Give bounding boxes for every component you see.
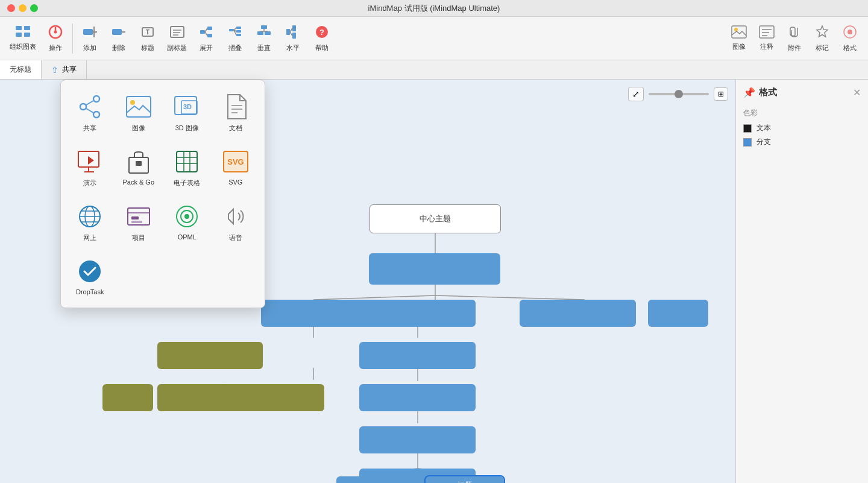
toolbar-attachment[interactable]: 附件	[781, 22, 808, 55]
node-main-1[interactable]	[369, 253, 500, 285]
image-dropdown-label: 图像	[132, 124, 145, 133]
tab-share[interactable]: ⇧ 共享	[42, 60, 87, 79]
help-label: 帮助	[315, 43, 329, 52]
dropdown-share[interactable]: 共享	[68, 87, 112, 137]
mark-icon	[814, 24, 830, 42]
selected-node-label: 标题	[457, 480, 473, 483]
svg-line-39	[290, 28, 292, 32]
main-toolbar: 组织图表 操作 添加 删除	[0, 17, 868, 60]
dropdown-excel[interactable]: 电子表格	[165, 142, 209, 192]
topic-icon: T	[140, 24, 156, 42]
audio-dropdown-label: 语音	[229, 233, 242, 242]
svg-line-54	[313, 295, 435, 300]
dropdown-audio[interactable]: 语音	[214, 197, 258, 247]
organize-label: 组织图表	[10, 42, 36, 51]
svg-line-40	[290, 32, 292, 36]
toolbar-stack[interactable]: 摺叠	[221, 22, 250, 55]
fit-screen-button[interactable]: ⤢	[628, 87, 644, 101]
panel-title: 📌 格式	[743, 87, 777, 98]
dropdown-project[interactable]: 项目	[117, 197, 161, 247]
svg-dropdown-icon: SVG	[221, 147, 250, 176]
node-r2-left[interactable]	[261, 300, 366, 327]
close-button[interactable]	[7, 4, 15, 12]
node-olive-3[interactable]	[102, 384, 153, 411]
toolbar-expand[interactable]: 展开	[192, 22, 221, 55]
svg-point-104	[79, 260, 101, 282]
delete-label: 删除	[112, 43, 125, 52]
toolbar-organize[interactable]: 组织图表	[5, 23, 41, 54]
color-section-label: 色彩	[743, 108, 861, 118]
expand-icon	[198, 24, 214, 42]
node-olive-4[interactable]	[219, 384, 324, 411]
toolbar-subtitle[interactable]: 副标题	[162, 22, 192, 55]
toolbar-topic[interactable]: T 标题	[133, 22, 162, 55]
minimize-button[interactable]	[19, 4, 27, 12]
subtitle-icon	[169, 24, 185, 42]
svg-rect-18	[200, 30, 205, 34]
dropdown-grid: 共享 图像 3D 3D 图像	[68, 87, 257, 300]
operate-label: 操作	[49, 43, 62, 52]
dropdown-packgo[interactable]: Pack & Go	[117, 142, 161, 192]
svg-rect-99	[131, 216, 139, 219]
node-r2-right[interactable]	[520, 300, 636, 327]
toolbar-vertical[interactable]: 垂直	[250, 22, 278, 55]
svg-line-22	[205, 32, 207, 36]
toolbar-operate[interactable]: 操作	[41, 22, 70, 55]
dropdown-droptask[interactable]: DropTask	[68, 252, 112, 300]
svg-point-67	[93, 112, 99, 118]
node-bottom-left[interactable]	[336, 476, 415, 483]
svg-rect-26	[236, 34, 241, 36]
dropdown-present[interactable]: 演示	[68, 142, 112, 192]
dropdown-opml[interactable]: OPML	[165, 197, 209, 247]
dropdown-image[interactable]: 图像	[117, 87, 161, 137]
add-icon	[82, 24, 98, 42]
node-mid-3[interactable]	[359, 384, 476, 411]
tab-untitled[interactable]: 无标题	[0, 60, 42, 79]
opml-dropdown-icon	[172, 202, 201, 231]
toolbar-image[interactable]: 图像	[726, 23, 752, 54]
toolbar-help[interactable]: ? 帮助	[307, 22, 336, 55]
panel-close-button[interactable]: ✕	[853, 87, 861, 98]
image-icon	[731, 25, 747, 41]
toolbar-mark[interactable]: 标记	[809, 22, 835, 55]
node-r2-far-right[interactable]	[648, 300, 708, 327]
share-dropdown: 共享 图像 3D 3D 图像	[60, 80, 265, 308]
svg-rect-0	[16, 26, 22, 30]
node-bottom-right[interactable]: 标题 副标题 +	[426, 476, 504, 483]
zoom-thumb[interactable]	[675, 90, 683, 98]
toolbar-horizontal[interactable]: 水平	[278, 22, 307, 55]
svg-point-44	[734, 28, 738, 31]
toolbar-annotation[interactable]: 注释	[753, 23, 780, 54]
zoom-grid-button[interactable]: ⊞	[714, 87, 728, 101]
excel-dropdown-icon	[172, 147, 201, 176]
toolbar-format[interactable]: 格式	[837, 22, 863, 55]
stack-icon	[227, 24, 243, 42]
branch-color-swatch[interactable]	[743, 138, 752, 147]
node-mid-2[interactable]	[359, 342, 476, 369]
dropdown-web[interactable]: 网上	[68, 197, 112, 247]
svg-point-51	[848, 30, 852, 34]
help-icon: ?	[314, 24, 330, 42]
svg-text:3D: 3D	[183, 103, 192, 110]
node-r2-mid[interactable]	[359, 300, 476, 327]
node-olive-1[interactable]	[157, 342, 263, 369]
maximize-button[interactable]	[30, 4, 38, 12]
vertical-label: 垂直	[257, 43, 271, 52]
toolbar-delete[interactable]: 删除	[104, 22, 133, 55]
zoom-slider[interactable]	[649, 93, 709, 95]
text-color-swatch[interactable]	[743, 124, 752, 133]
node-mid-4[interactable]	[359, 426, 476, 453]
delete-icon	[111, 24, 127, 42]
titlebar: iMindMap 试用版 (iMindMap Ultimate)	[0, 0, 868, 17]
droptask-dropdown-icon	[75, 257, 104, 286]
operate-icon	[48, 24, 63, 42]
node-center[interactable]: 中心主题	[370, 204, 501, 233]
dropdown-document[interactable]: 文档	[214, 87, 258, 137]
dropdown-svg[interactable]: SVG SVG	[214, 142, 258, 192]
toolbar-add[interactable]: 添加	[75, 22, 104, 55]
dropdown-3d[interactable]: 3D 3D 图像	[165, 87, 209, 137]
window-title: iMindMap 试用版 (iMindMap Ultimate)	[368, 3, 500, 14]
text-color-label: 文本	[756, 123, 771, 133]
svg-text:?: ?	[319, 28, 324, 37]
svg-line-27	[234, 28, 236, 30]
